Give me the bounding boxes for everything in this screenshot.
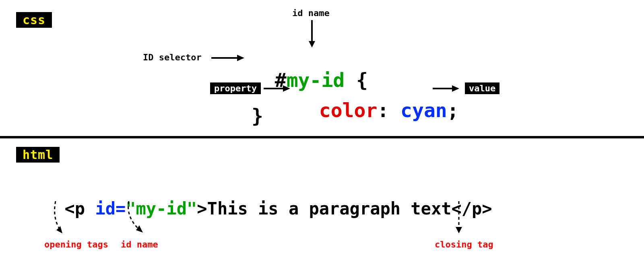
svg-marker-7 — [452, 85, 459, 92]
dashed-arrow-icon — [48, 201, 72, 235]
html-text-content: This is a paragraph text — [207, 199, 452, 218]
annotation-id-name: id name — [292, 8, 330, 18]
annotation-property: property — [210, 82, 261, 94]
arrow-right-icon-2 — [264, 84, 292, 93]
svg-marker-10 — [456, 227, 462, 233]
annotation-closing-tag: closing tag — [435, 239, 493, 249]
svg-marker-8 — [56, 226, 62, 233]
css-colon: : — [377, 99, 400, 122]
svg-marker-5 — [283, 85, 290, 92]
css-declaration-line: color: cyan; — [296, 76, 459, 122]
svg-marker-3 — [237, 55, 244, 61]
dashed-arrow-icon-2 — [121, 201, 153, 235]
html-section-badge: html — [16, 147, 60, 163]
css-property: color — [319, 99, 378, 122]
annotation-id-name-html: id name — [121, 239, 158, 249]
css-semicolon: ; — [447, 99, 459, 122]
arrow-right-icon — [211, 53, 246, 63]
arrow-down-icon — [306, 20, 318, 48]
css-value: cyan — [400, 99, 447, 122]
css-section-badge: css — [16, 12, 52, 28]
annotation-opening-tags: opening tags — [44, 239, 108, 249]
arrow-right-icon-3 — [433, 84, 461, 93]
annotation-value: value — [465, 82, 500, 94]
dashed-arrow-icon-3 — [451, 201, 467, 235]
html-code-line: <p id="my-id">This is a paragraph text</… — [44, 179, 492, 218]
annotation-id-selector: ID selector — [143, 52, 202, 62]
section-divider — [0, 136, 644, 138]
css-close-brace: } — [252, 105, 263, 127]
html-open-gt: > — [197, 199, 207, 218]
svg-marker-9 — [136, 225, 143, 233]
